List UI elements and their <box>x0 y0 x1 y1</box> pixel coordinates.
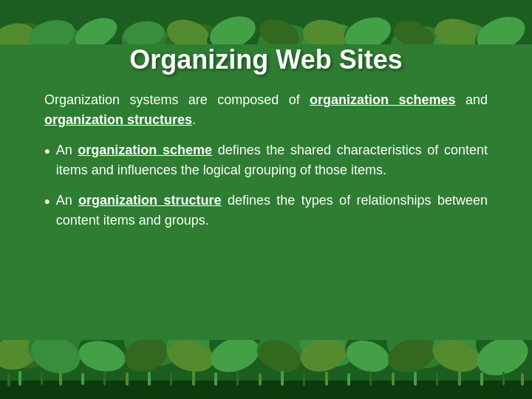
svg-rect-53 <box>41 372 43 385</box>
slide-title: Organizing Web Sites <box>44 44 488 75</box>
bullet-list: An organization scheme defines the share… <box>44 140 488 241</box>
svg-rect-60 <box>192 371 195 386</box>
svg-rect-52 <box>18 371 21 386</box>
svg-rect-65 <box>303 372 305 386</box>
svg-rect-63 <box>259 373 262 386</box>
svg-rect-61 <box>214 372 217 386</box>
svg-rect-54 <box>59 372 62 386</box>
intro-paragraph: Organization systems are composed of org… <box>44 90 488 130</box>
intro-text-middle: and <box>456 92 488 107</box>
svg-rect-57 <box>126 372 129 386</box>
slide: Organizing Web Sites Organization system… <box>0 0 532 399</box>
bullet-item-2: An organization structure defines the ty… <box>44 191 488 231</box>
svg-rect-56 <box>103 371 106 386</box>
svg-rect-73 <box>480 372 483 386</box>
bullet-item-1: An organization scheme defines the share… <box>44 140 488 180</box>
svg-rect-75 <box>521 373 524 386</box>
bullet-2-link: organization structure <box>78 193 221 208</box>
svg-rect-64 <box>281 371 284 386</box>
content-area: Organizing Web Sites Organization system… <box>0 44 532 340</box>
bullet-2-content: An organization structure defines the ty… <box>56 191 488 231</box>
bullet-1-link: organization scheme <box>78 143 212 157</box>
foliage-bottom <box>0 340 532 399</box>
intro-text-after: . <box>192 112 196 127</box>
svg-rect-69 <box>392 372 395 386</box>
svg-rect-74 <box>502 372 505 386</box>
svg-rect-50 <box>0 381 532 399</box>
svg-rect-72 <box>458 371 461 386</box>
svg-rect-67 <box>347 373 350 386</box>
svg-rect-66 <box>325 372 328 386</box>
foliage-top <box>0 0 532 44</box>
bullet-2-prefix: An <box>56 193 78 208</box>
svg-rect-55 <box>81 373 84 385</box>
svg-rect-62 <box>236 372 239 386</box>
svg-rect-58 <box>148 372 151 386</box>
svg-rect-51 <box>7 373 10 386</box>
svg-rect-59 <box>170 373 172 386</box>
intro-link2: organization structures <box>44 112 192 127</box>
svg-rect-68 <box>369 371 372 386</box>
svg-rect-70 <box>414 372 417 386</box>
svg-rect-71 <box>436 373 438 386</box>
bullet-1-content: An organization scheme defines the share… <box>56 140 488 180</box>
intro-text-before: Organization systems are composed of <box>44 92 310 107</box>
bullet-1-prefix: An <box>56 143 78 157</box>
intro-link1: organization schemes <box>310 92 455 107</box>
